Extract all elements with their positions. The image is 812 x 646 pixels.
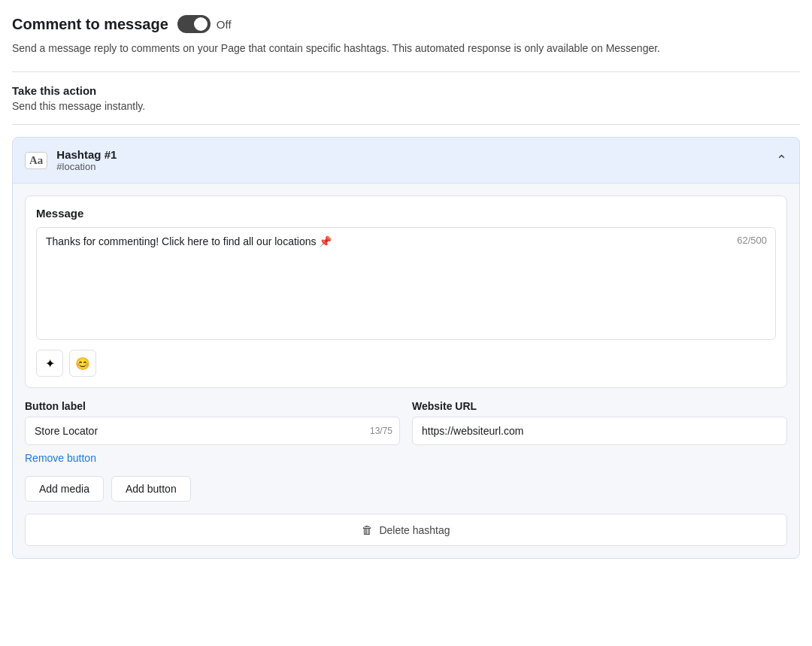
button-label-input-wrapper: 13/75	[25, 417, 400, 445]
sparkle-button[interactable]: ✦	[36, 350, 63, 377]
button-label-input[interactable]	[25, 417, 400, 445]
add-button-button[interactable]: Add button	[111, 476, 191, 502]
message-textarea[interactable]: Thanks for commenting! Click here to fin…	[36, 227, 776, 340]
fields-row: Button label 13/75 Website URL	[25, 400, 787, 445]
hashtag-header-left: Aa Hashtag #1 #location	[25, 148, 117, 172]
hashtag-tag: #location	[56, 161, 117, 172]
message-box-wrapper: Thanks for commenting! Click here to fin…	[36, 227, 776, 342]
website-url-group: Website URL	[412, 400, 787, 445]
emoji-button[interactable]: 😊	[69, 350, 96, 377]
remove-button[interactable]: Remove button	[25, 452, 96, 464]
message-toolbar: ✦ 😊	[36, 350, 776, 377]
message-card: Message Thanks for commenting! Click her…	[25, 196, 787, 388]
toggle-label: Off	[217, 18, 232, 31]
hashtag-header[interactable]: Aa Hashtag #1 #location ⌃	[13, 138, 799, 183]
action-section: Take this action Send this message insta…	[12, 84, 800, 112]
page-title: Comment to message	[12, 16, 168, 33]
button-label-label: Button label	[25, 400, 400, 412]
chevron-up-icon[interactable]: ⌃	[776, 152, 787, 168]
hashtag-card: Aa Hashtag #1 #location ⌃ Message Thanks…	[12, 137, 800, 559]
delete-hashtag-button[interactable]: 🗑 Delete hashtag	[25, 514, 787, 546]
action-title: Take this action	[12, 84, 800, 97]
delete-hashtag-label: Delete hashtag	[379, 524, 450, 536]
hashtag-title: Hashtag #1	[56, 148, 117, 161]
message-char-count: 62/500	[737, 235, 767, 246]
action-description: Send this message instantly.	[12, 100, 800, 112]
aa-icon: Aa	[25, 152, 47, 169]
hashtag-body: Message Thanks for commenting! Click her…	[13, 183, 799, 558]
website-url-input[interactable]	[412, 417, 787, 445]
button-label-char-count: 13/75	[370, 426, 392, 436]
action-buttons-row: Add media Add button	[25, 476, 787, 502]
website-url-label: Website URL	[412, 400, 787, 412]
toggle-switch[interactable]	[177, 15, 211, 33]
trash-icon: 🗑	[362, 523, 373, 536]
hashtag-title-block: Hashtag #1 #location	[56, 148, 117, 172]
sparkle-icon: ✦	[45, 356, 55, 371]
button-label-group: Button label 13/75	[25, 400, 400, 445]
divider-2	[12, 124, 800, 125]
divider-1	[12, 71, 800, 72]
message-label: Message	[36, 207, 776, 220]
toggle-knob	[194, 17, 208, 31]
page-subtitle: Send a message reply to comments on your…	[12, 41, 800, 56]
toggle-wrapper: Off	[177, 15, 232, 33]
header-row: Comment to message Off	[12, 15, 800, 33]
website-url-input-wrapper	[412, 417, 787, 445]
emoji-icon: 😊	[75, 356, 90, 371]
add-media-button[interactable]: Add media	[25, 476, 104, 502]
